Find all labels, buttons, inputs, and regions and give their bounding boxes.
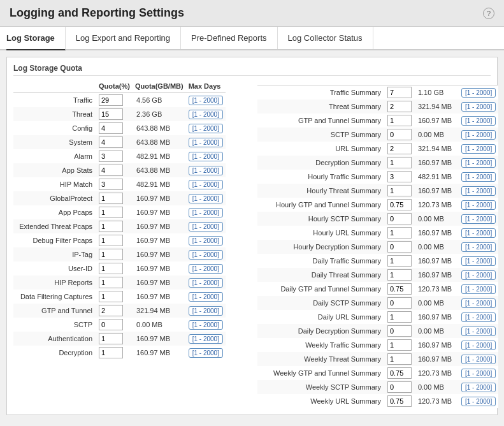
max-days-button[interactable]: [1 - 2000] <box>189 166 223 175</box>
right-quota-pct-input[interactable] <box>387 297 412 309</box>
max-days-button[interactable]: [1 - 2000] <box>189 236 223 246</box>
right-max-days-button[interactable]: [1 - 2000] <box>461 228 496 238</box>
tab-log-storage[interactable]: Log Storage <box>6 27 66 50</box>
quota-pct-input[interactable] <box>99 122 123 134</box>
right-quota-pct-input[interactable] <box>387 171 412 182</box>
quota-pct-input[interactable] <box>99 221 123 232</box>
quota-pct-input[interactable] <box>99 193 123 204</box>
right-quota-pct-input[interactable] <box>387 101 412 112</box>
right-quota-pct-cell <box>385 240 414 254</box>
right-quota-pct-input[interactable] <box>387 367 412 379</box>
right-max-days-button[interactable]: [1 - 2000] <box>461 102 496 112</box>
right-max-days-button[interactable]: [1 - 2000] <box>461 383 496 392</box>
right-quota-pct-input[interactable] <box>387 157 412 168</box>
right-quota-size-cell: 160.97 MB <box>414 338 459 352</box>
right-max-days-button[interactable]: [1 - 2000] <box>461 130 496 140</box>
max-days-button[interactable]: [1 - 2000] <box>189 110 223 119</box>
quota-pct-input[interactable] <box>99 249 123 260</box>
max-days-button[interactable]: [1 - 2000] <box>189 138 223 147</box>
tab-log-collector-status[interactable]: Log Collector Status <box>278 27 373 49</box>
right-quota-pct-input[interactable] <box>387 381 412 393</box>
right-max-days-button[interactable]: [1 - 2000] <box>461 298 496 308</box>
right-quota-pct-input[interactable] <box>387 325 412 337</box>
right-quota-size-cell: 120.73 MB <box>414 394 459 408</box>
help-icon[interactable]: ? <box>483 8 494 19</box>
right-quota-pct-input[interactable] <box>387 227 412 239</box>
quota-pct-input[interactable] <box>99 333 123 344</box>
right-quota-pct-input[interactable] <box>387 255 412 267</box>
max-days-button[interactable]: [1 - 2000] <box>189 208 223 217</box>
right-quota-pct-input[interactable] <box>387 269 412 281</box>
right-quota-pct-input[interactable] <box>387 115 412 126</box>
right-max-days-button[interactable]: [1 - 2000] <box>461 369 496 378</box>
quota-pct-input[interactable] <box>99 235 123 246</box>
quota-pct-input[interactable] <box>99 136 123 148</box>
right-max-days-button[interactable]: [1 - 2000] <box>461 327 496 336</box>
right-max-days-button[interactable]: [1 - 2000] <box>461 242 496 252</box>
max-days-button[interactable]: [1 - 2000] <box>189 152 223 161</box>
right-quota-pct-input[interactable] <box>387 129 412 140</box>
col-header-quota-pct: Quota(%) <box>96 81 133 93</box>
right-max-days-button[interactable]: [1 - 2000] <box>461 355 496 364</box>
tab-pre-defined-reports[interactable]: Pre-Defined Reports <box>181 27 278 49</box>
quota-pct-input[interactable] <box>99 207 123 218</box>
quota-pct-input[interactable] <box>99 94 123 106</box>
quota-pct-input[interactable] <box>99 263 123 274</box>
right-max-days-button[interactable]: [1 - 2000] <box>461 341 496 350</box>
table-row: SCTP 0.00 MB [1 - 2000] <box>13 318 226 332</box>
quota-pct-input[interactable] <box>99 165 123 176</box>
right-max-days-button[interactable]: [1 - 2000] <box>461 186 496 196</box>
right-quota-pct-input[interactable] <box>387 213 412 224</box>
max-days-button[interactable]: [1 - 2000] <box>189 250 223 260</box>
quota-pct-input[interactable] <box>99 179 123 190</box>
right-quota-pct-input[interactable] <box>387 283 412 295</box>
quota-pct-input[interactable] <box>99 305 123 316</box>
right-max-days-cell: [1 - 2000] <box>459 170 498 184</box>
quota-pct-input[interactable] <box>99 277 123 288</box>
right-max-days-button[interactable]: [1 - 2000] <box>461 172 496 182</box>
max-days-button[interactable]: [1 - 2000] <box>189 278 223 288</box>
max-days-button[interactable]: [1 - 2000] <box>189 180 223 189</box>
quota-size-cell: 4.56 GB <box>133 93 186 108</box>
right-quota-pct-input[interactable] <box>387 241 412 253</box>
right-max-days-button[interactable]: [1 - 2000] <box>461 397 496 406</box>
max-days-button[interactable]: [1 - 2000] <box>189 96 223 105</box>
right-quota-pct-input[interactable] <box>387 143 412 154</box>
right-quota-pct-input[interactable] <box>387 87 412 98</box>
right-max-days-button[interactable]: [1 - 2000] <box>461 88 496 98</box>
max-days-button[interactable]: [1 - 2000] <box>189 348 223 358</box>
quota-pct-input[interactable] <box>99 319 123 330</box>
right-max-days-button[interactable]: [1 - 2000] <box>461 144 496 154</box>
right-max-days-button[interactable]: [1 - 2000] <box>461 312 496 322</box>
right-row-label: Weekly SCTP Summary <box>257 380 385 394</box>
max-days-button[interactable]: [1 - 2000] <box>189 194 223 203</box>
right-max-days-button[interactable]: [1 - 2000] <box>461 256 496 266</box>
max-days-button[interactable]: [1 - 2000] <box>189 124 223 133</box>
quota-pct-input[interactable] <box>99 291 123 302</box>
quota-pct-input[interactable] <box>99 347 123 358</box>
tab-log-export-and-reporting[interactable]: Log Export and Reporting <box>66 27 181 49</box>
quota-pct-input[interactable] <box>99 108 123 120</box>
quota-pct-input[interactable] <box>99 151 123 162</box>
max-days-button[interactable]: [1 - 2000] <box>189 320 223 330</box>
right-max-days-button[interactable]: [1 - 2000] <box>461 200 496 210</box>
right-quota-pct-input[interactable] <box>387 339 412 351</box>
max-days-button[interactable]: [1 - 2000] <box>189 222 223 231</box>
right-quota-pct-input[interactable] <box>387 185 412 196</box>
max-days-button[interactable]: [1 - 2000] <box>189 306 223 316</box>
max-days-button[interactable]: [1 - 2000] <box>189 292 223 302</box>
right-max-days-button[interactable]: [1 - 2000] <box>461 284 496 294</box>
right-max-days-cell: [1 - 2000] <box>459 99 498 114</box>
right-quota-pct-input[interactable] <box>387 199 412 210</box>
right-max-days-button[interactable]: [1 - 2000] <box>461 116 496 126</box>
right-quota-pct-input[interactable] <box>387 353 412 365</box>
max-days-button[interactable]: [1 - 2000] <box>189 334 223 344</box>
max-days-button[interactable]: [1 - 2000] <box>189 264 223 274</box>
right-max-days-button[interactable]: [1 - 2000] <box>461 158 496 168</box>
right-max-days-button[interactable]: [1 - 2000] <box>461 214 496 224</box>
right-quota-pct-input[interactable] <box>387 395 412 407</box>
right-row-label: Daily URL Summary <box>257 310 385 324</box>
table-row: Config 643.88 MB [1 - 2000] <box>13 121 226 135</box>
right-max-days-button[interactable]: [1 - 2000] <box>461 270 496 280</box>
right-quota-pct-input[interactable] <box>387 311 412 323</box>
